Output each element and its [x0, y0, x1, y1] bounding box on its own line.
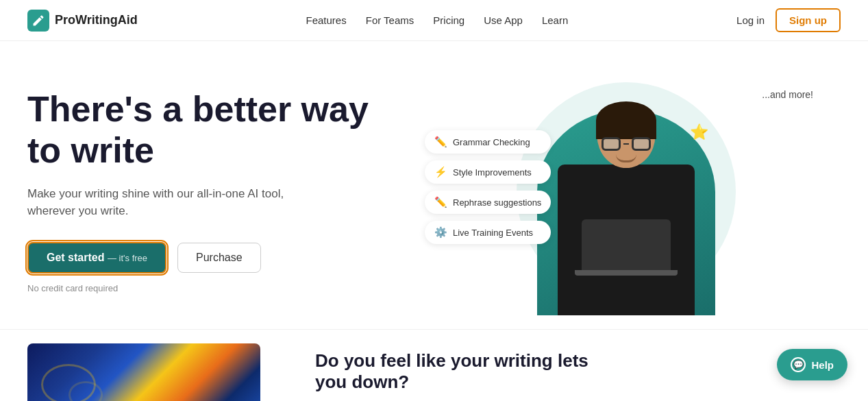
navbar: ProWritingAid Features For Teams Pricing… — [0, 0, 868, 41]
rephrase-label: Rephrase suggestions — [453, 197, 541, 208]
nav-pricing[interactable]: Pricing — [433, 14, 464, 26]
chat-label: Help — [811, 359, 834, 371]
hero-illustration: ⭐ — [530, 82, 722, 315]
logo-icon — [27, 10, 49, 32]
logo[interactable]: ProWritingAid — [27, 10, 138, 32]
feature-pill-grammar: ✏️ Grammar Checking — [425, 130, 551, 154]
chat-icon: 💬 — [791, 357, 806, 372]
hero-title: There's a better way to write — [27, 89, 411, 171]
get-started-button[interactable]: Get started — it's free — [27, 242, 166, 274]
grammar-icon: ✏️ — [434, 136, 447, 148]
starry-night-image — [27, 343, 260, 401]
training-icon: ⚙️ — [434, 226, 447, 239]
and-more-label: ...and more! — [762, 89, 813, 100]
feature-pill-style: ⚡ Style Improvements — [425, 160, 551, 184]
hero-section: There's a better way to write Make your … — [0, 41, 868, 329]
nav-links: Features For Teams Pricing Use App Learn — [306, 14, 569, 26]
hero-right: ⭐ ...and more! ✏️ Grammar Checking ⚡ Sty… — [411, 75, 841, 315]
nav-features[interactable]: Features — [306, 14, 347, 26]
logo-text: ProWritingAid — [55, 13, 138, 27]
nav-learn[interactable]: Learn — [542, 14, 568, 26]
second-section: Do you feel like your writing lets you d… — [0, 329, 868, 401]
get-started-sub: — it's free — [108, 253, 147, 263]
training-label: Live Training Events — [453, 228, 533, 238]
hero-left: There's a better way to write Make your … — [27, 75, 411, 293]
signup-button[interactable]: Sign up — [776, 8, 841, 32]
get-started-label: Get started — [47, 252, 104, 263]
style-icon: ⚡ — [434, 166, 447, 178]
style-label: Style Improvements — [453, 167, 532, 178]
second-title: Do you feel like your writing lets you d… — [315, 350, 589, 393]
hero-buttons: Get started — it's free Purchase — [27, 242, 411, 274]
feature-pill-training: ⚙️ Live Training Events — [425, 221, 551, 244]
hero-subtitle: Make your writing shine with our all-in-… — [27, 185, 288, 220]
nav-for-teams[interactable]: For Teams — [366, 14, 414, 26]
feature-pill-rephrase: ✏️ Rephrase suggestions — [425, 191, 551, 214]
feature-pills: ✏️ Grammar Checking ⚡ Style Improvements… — [425, 130, 551, 244]
no-credit-card-text: No credit card required — [27, 283, 411, 293]
nav-actions: Log in Sign up — [736, 8, 841, 32]
rephrase-icon: ✏️ — [434, 196, 447, 208]
purchase-button[interactable]: Purchase — [177, 243, 261, 273]
chat-help-button[interactable]: 💬 Help — [777, 349, 847, 380]
second-text: Do you feel like your writing lets you d… — [315, 343, 589, 393]
nav-use-app[interactable]: Use App — [484, 14, 523, 26]
login-button[interactable]: Log in — [736, 14, 765, 26]
grammar-label: Grammar Checking — [453, 137, 530, 147]
